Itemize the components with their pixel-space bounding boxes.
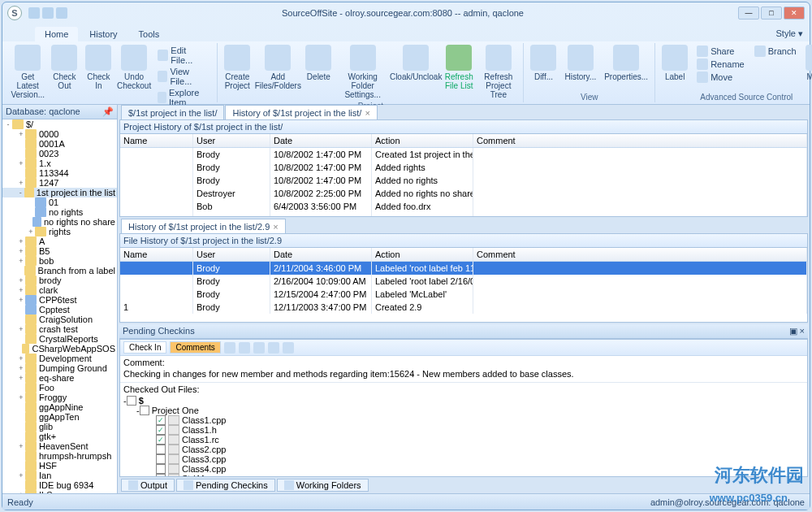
history-button[interactable]: History...	[561, 43, 599, 83]
col-action[interactable]: Action	[372, 248, 473, 261]
toolbar-icon[interactable]	[268, 342, 279, 354]
style-dropdown[interactable]: Style ▾	[769, 26, 810, 41]
col-name[interactable]: Name	[120, 134, 193, 147]
tree-item[interactable]: +Development	[2, 354, 117, 363]
tree-item[interactable]: +Froggy	[2, 393, 117, 402]
table-row[interactable]: Bob6/4/2003 3:56:00 PMAdded foo.drx	[120, 200, 807, 213]
tree-item[interactable]: +1247	[2, 178, 117, 188]
delete-button[interactable]: Delete	[302, 43, 335, 83]
close-button[interactable]: ✕	[784, 7, 805, 20]
tree-item[interactable]: +crash test	[2, 324, 117, 334]
col-date[interactable]: Date	[270, 134, 372, 147]
table-row[interactable]: Brody12/15/2004 2:47:00 PMLabeled 'McLab…	[120, 288, 807, 301]
tree-item[interactable]: Foo	[2, 383, 117, 393]
tree-item[interactable]: ggAppTen	[2, 412, 117, 422]
tree-item[interactable]: +0000	[2, 129, 117, 139]
tree-item[interactable]: +eq-share	[2, 373, 117, 383]
tree-item[interactable]: 113344	[2, 168, 117, 178]
file-tree-project[interactable]: -Project One	[123, 406, 804, 415]
tab-history[interactable]: History	[80, 27, 127, 41]
tree-item[interactable]: +HeavenSent	[2, 441, 117, 451]
toolbar-icon[interactable]	[283, 342, 294, 354]
tree-item[interactable]: +1.x	[2, 158, 117, 168]
col-action[interactable]: Action	[372, 134, 473, 147]
col-name[interactable]: Name	[120, 248, 193, 261]
maximize-button[interactable]: □	[761, 7, 782, 20]
file-tree-file[interactable]: Class1.rc	[123, 435, 804, 445]
tree-item[interactable]: +rights	[2, 227, 117, 236]
checkbox[interactable]	[156, 464, 166, 474]
edit-file-button[interactable]: Edit File...	[155, 45, 213, 66]
file-tree-file[interactable]: StdAfx.cpp	[123, 474, 804, 476]
tree-item[interactable]: ggAppNine	[2, 402, 117, 412]
properties-button[interactable]: Properties...	[601, 43, 651, 83]
checkbox[interactable]	[156, 474, 166, 476]
table-row[interactable]: Brody10/8/2002 1:47:00 PMCreated 1st pro…	[120, 148, 807, 161]
close-tab-icon[interactable]: ×	[273, 222, 278, 232]
working-folders-tab[interactable]: Working Folders	[277, 479, 369, 492]
close-tab-icon[interactable]: ×	[365, 108, 369, 118]
file-history-grid[interactable]: Brody2/11/2004 3:46:00 PMLabeled 'root l…	[120, 262, 807, 322]
qat-button[interactable]	[42, 7, 54, 19]
file-tree-file[interactable]: Class4.cpp	[123, 464, 804, 474]
tree-item[interactable]: no rights	[2, 207, 117, 217]
tree-item[interactable]: +B5	[2, 246, 117, 256]
rename-button[interactable]: Rename	[694, 58, 747, 71]
checkbox[interactable]	[156, 425, 166, 435]
tree-item[interactable]: gtk+	[2, 432, 117, 441]
working-folder-button[interactable]: Working Folder Settings...	[336, 43, 389, 101]
tab-home[interactable]: Home	[35, 27, 78, 41]
label-button[interactable]: Label	[659, 43, 691, 83]
tree-item[interactable]: hrumpsh-hrumpsh	[2, 451, 117, 461]
tree-item[interactable]: CraigSolution	[2, 315, 117, 324]
merge-button[interactable]: Merge	[802, 43, 812, 83]
output-tab[interactable]: Output	[121, 479, 175, 492]
file-tree-file[interactable]: Class1.h	[123, 425, 804, 435]
table-row[interactable]: Brody2/11/2004 3:46:00 PMLabeled 'root l…	[120, 262, 807, 275]
tree-item[interactable]: HSF	[2, 461, 117, 471]
view-file-button[interactable]: View File...	[155, 66, 213, 87]
tree-item[interactable]: IDE bug 6934	[2, 480, 117, 490]
project-history-grid[interactable]: Brody10/8/2002 1:47:00 PMCreated 1st pro…	[120, 148, 807, 216]
checkbox[interactable]	[156, 415, 166, 425]
minimize-button[interactable]: —	[738, 7, 759, 20]
tree-item[interactable]: +Dumping Ground	[2, 363, 117, 373]
tab-tools[interactable]: Tools	[129, 27, 170, 41]
tree-item[interactable]: +Ian	[2, 471, 117, 480]
pin-icon[interactable]: 📌	[102, 106, 114, 117]
table-row[interactable]: Destroyer10/8/2002 2:25:00 PMAdded no ri…	[120, 187, 807, 200]
comments-tab-button[interactable]: Comments	[170, 341, 220, 354]
tree-item[interactable]: +A	[2, 236, 117, 246]
tree-item[interactable]: Cpptest	[2, 305, 117, 315]
refresh-file-list-button[interactable]: Refresh File List	[443, 43, 475, 92]
file-tree-root[interactable]: -$	[123, 396, 804, 406]
tree-root[interactable]: -$/	[2, 119, 117, 129]
tree-item[interactable]: 0023	[2, 149, 117, 158]
add-files-button[interactable]: Add Files/Folders	[255, 43, 300, 92]
tree-item[interactable]: -1st project in the list	[2, 188, 117, 197]
tree-item[interactable]: CSharpWebAppSOS	[2, 344, 117, 354]
doc-tab[interactable]: History of $/1st project in the list/×	[225, 105, 377, 119]
tree-item[interactable]: no rights no share	[2, 217, 117, 227]
tree-item[interactable]: Branch from a label	[2, 266, 117, 276]
toolbar-icon[interactable]	[224, 342, 235, 354]
tree-item[interactable]: glib	[2, 422, 117, 432]
col-user[interactable]: User	[193, 134, 270, 147]
checkin-tab-button[interactable]: Check In	[123, 341, 166, 354]
checkbox[interactable]	[156, 445, 166, 454]
toolbar-icon[interactable]	[239, 342, 250, 354]
tree-item[interactable]: 0001A	[2, 139, 117, 149]
tree-item[interactable]: +brody	[2, 276, 117, 285]
project-tree[interactable]: -$/+00000001A0023+1.x113344+1247-1st pro…	[2, 119, 117, 493]
col-user[interactable]: User	[193, 248, 270, 261]
table-row[interactable]: Brody10/8/2002 1:47:00 PMAdded no rights	[120, 174, 807, 187]
checkbox[interactable]	[156, 435, 166, 445]
table-row[interactable]: Brody6/9/2003 2:11:00 PMAdded 01	[120, 213, 807, 216]
col-date[interactable]: Date	[270, 248, 372, 261]
toolbar-icon[interactable]	[253, 342, 265, 354]
undo-checkout-button[interactable]: Undo Checkout	[116, 43, 151, 92]
checked-out-files-tree[interactable]: -$-Project OneClass1.cppClass1.hClass1.r…	[120, 396, 807, 476]
share-button[interactable]: Share	[694, 45, 747, 58]
doc-tab[interactable]: History of $/1st project in the list/2.9…	[121, 219, 286, 233]
doc-tab[interactable]: $/1st project in the list/	[121, 105, 224, 119]
